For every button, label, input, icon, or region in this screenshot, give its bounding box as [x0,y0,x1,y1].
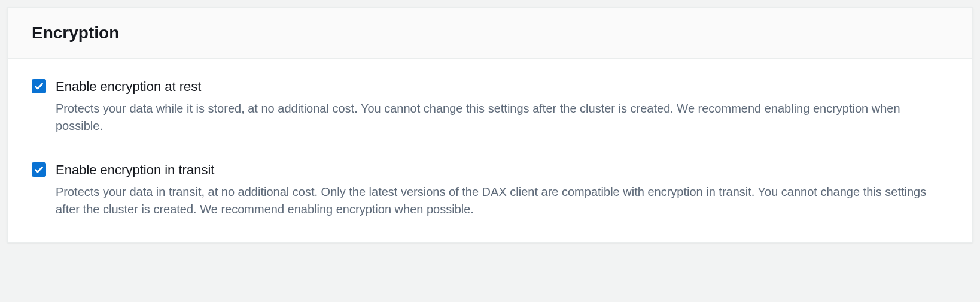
option-label: Enable encryption in transit [56,161,948,180]
checkmark-icon [34,164,44,175]
option-content: Enable encryption at rest Protects your … [56,78,948,135]
panel-header: Encryption [8,8,972,59]
checkmark-icon [34,81,44,92]
checkbox-encryption-in-transit[interactable] [32,162,46,177]
panel-body: Enable encryption at rest Protects your … [8,59,972,242]
encryption-panel: Encryption Enable encryption at rest Pro… [7,7,973,243]
option-content: Enable encryption in transit Protects yo… [56,161,948,218]
option-encryption-in-transit: Enable encryption in transit Protects yo… [32,161,948,218]
checkbox-encryption-at-rest[interactable] [32,79,46,93]
option-description: Protects your data in transit, at no add… [56,183,948,218]
option-description: Protects your data while it is stored, a… [56,100,948,135]
panel-title: Encryption [32,22,948,44]
option-label: Enable encryption at rest [56,78,948,96]
option-encryption-at-rest: Enable encryption at rest Protects your … [32,78,948,135]
